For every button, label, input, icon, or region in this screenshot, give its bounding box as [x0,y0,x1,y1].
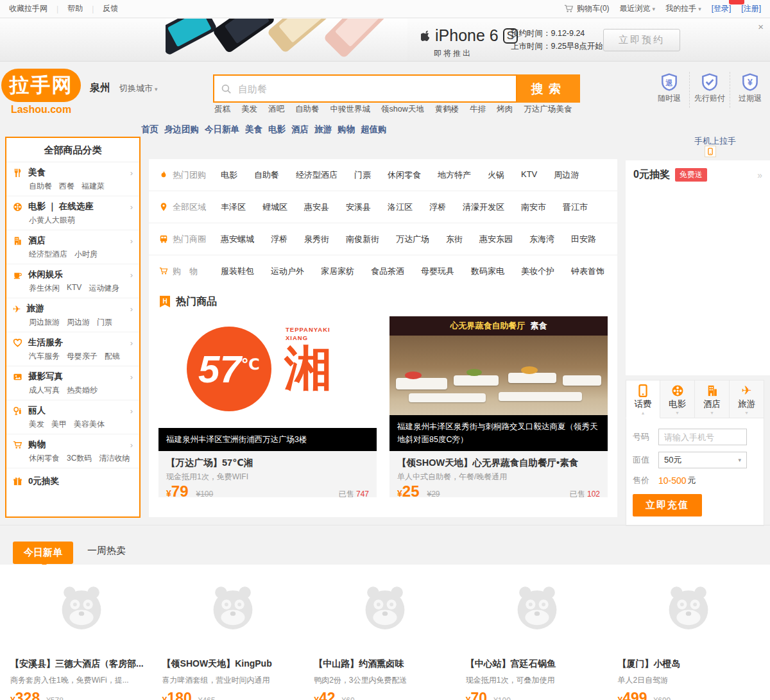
sidebar-item-hotel[interactable]: 酒店› 经济型酒店小时房 [6,230,139,264]
deal-card[interactable]: 【领SHOW天地】KingPub 喜力啤酒套组，营业时间内通用 ¥180¥465 [162,583,305,700]
close-icon[interactable]: × [758,21,764,32]
tab-phone-credit[interactable]: 话费 ▴ [626,380,660,418]
tab-hotel[interactable]: 酒店 ▾ [695,380,730,418]
sub-link[interactable]: 小时房 [74,249,98,260]
filter-link[interactable]: 南俊新街 [346,234,379,245]
filter-link[interactable]: 惠安县 [304,201,329,213]
filter-link[interactable]: 泉秀街 [304,234,329,245]
my-lashou-menu[interactable]: 我的拉手▾ [665,3,701,14]
sidebar-item-movie[interactable]: 电影 ｜ 在线选座› 小黄人大眼萌 [6,196,139,230]
sub-link[interactable]: 门票 [97,317,112,328]
filter-link[interactable]: 清濛开发区 [463,201,504,213]
iphone-banner[interactable]: iPhone 6 S 即将推出 预约时间：9.12-9.24 上市时间：9.25… [0,19,770,62]
sub-link[interactable]: 配镜 [105,351,120,362]
filter-link[interactable]: 电影 [221,169,237,181]
tab-movie[interactable]: 电影 ▾ [660,380,695,418]
help-link[interactable]: 帮助 [67,3,83,14]
filter-link[interactable]: 鲤城区 [262,201,287,213]
tab-travel[interactable]: ✈ 旅游 ▾ [730,380,764,418]
sub-link[interactable]: 3C数码 [67,453,92,464]
hot-word[interactable]: 烤肉 [497,104,513,115]
nav-home[interactable]: 首页 [141,124,158,135]
login-link[interactable]: [登录] [712,3,732,14]
sub-link[interactable]: 休闲零食 [29,453,60,464]
deal-card[interactable]: 【安溪县】三德大酒店（客房部... 商务套房入住1晚，免费WiFi，提... ¥… [10,583,153,700]
hot-word[interactable]: 自助餐 [295,104,320,115]
deal-card[interactable]: 【厦门】小橙岛 单人2日自驾游 ¥499¥699 [617,583,760,700]
face-value-select[interactable]: 50元 ▾ [658,452,747,468]
nav-shopping[interactable]: 购物 [338,124,355,135]
recharge-now-button[interactable]: 立即充值 [633,494,702,516]
tab-weekly-hot[interactable]: 一周热卖 [87,545,126,557]
sub-link[interactable]: 西餐 [59,181,74,192]
hot-word[interactable]: 黄鹤楼 [435,104,459,115]
filter-link[interactable]: 惠安螺城 [221,234,254,245]
sub-link[interactable]: 周边旅游 [29,317,60,328]
filter-link[interactable]: 地方特产 [438,169,471,181]
register-link[interactable]: [注册] [741,3,761,14]
search-input[interactable] [237,83,509,95]
filter-link[interactable]: 经济型酒店 [296,169,338,181]
nav-travel[interactable]: 旅游 [314,124,332,135]
reserve-now-button[interactable]: 立即预约 [603,29,680,51]
filter-link[interactable]: 钟表首饰 [571,266,604,277]
filter-link[interactable]: 洛江区 [388,201,413,213]
more-chevrons-icon[interactable]: » [757,170,762,180]
sub-link[interactable]: 汽车服务 [29,351,60,362]
sidebar-item-food[interactable]: 美食› 自助餐西餐福建菜 [6,162,139,196]
filter-link[interactable]: 门票 [354,169,371,181]
sidebar-item-leisure[interactable]: 休闲娱乐› 养生休闲KTV运动健身 [6,264,139,298]
sub-link[interactable]: 母婴亲子 [67,351,98,362]
sidebar-item-travel[interactable]: ✈ 旅游› 周边旅游周边游门票 [6,298,139,332]
lottery-panel[interactable]: 0元抽奖 免费送 » [626,160,770,375]
filter-link[interactable]: 安溪县 [346,201,371,213]
filter-link[interactable]: 服装鞋包 [221,266,254,277]
sub-link[interactable]: 热卖婚纱 [67,385,98,396]
filter-link[interactable]: 南安市 [521,201,546,213]
filter-link[interactable]: 数码家电 [471,266,504,277]
deal-card[interactable]: 【中山路】约酒熏卤味 鸭肉2份，3公里内免费配送 ¥42¥60 [314,583,456,700]
sub-link[interactable]: KTV [67,283,81,294]
nav-super-value[interactable]: 超值购 [361,124,387,135]
nav-movie[interactable]: 电影 [268,124,286,135]
hot-word[interactable]: 万达广场美食 [524,104,572,115]
filter-link[interactable]: 家居家纺 [321,266,354,277]
hot-word[interactable]: 美发 [241,104,257,115]
hot-card-57xiang[interactable]: TEPPANYAKIXIANG 57℃ 湘 福建泉州丰泽区宝洲街浦西万达广场3楼… [158,316,377,497]
favorite-link[interactable]: 收藏拉手网 [9,3,47,14]
sub-link[interactable]: 美发 [29,419,44,430]
mobile-phone-icon[interactable] [705,146,716,157]
sidebar-item-lottery[interactable]: 0元抽奖 [6,468,139,494]
sub-link[interactable]: 自助餐 [29,181,52,192]
filter-link[interactable]: 自助餐 [254,169,279,181]
sidebar-item-photography[interactable]: 摄影写真› 成人写真热卖婚纱 [6,366,139,400]
filter-link[interactable]: 美妆个护 [521,266,554,277]
nav-food[interactable]: 美食 [245,124,262,135]
sub-link[interactable]: 福建菜 [81,181,105,192]
sub-link[interactable]: 运动健身 [89,283,119,294]
filter-link[interactable]: 万达广场 [396,234,429,245]
nav-nearby[interactable]: 身边团购 [164,124,199,135]
sub-link[interactable]: 清洁收纳 [99,453,130,464]
filter-link[interactable]: 母婴玩具 [421,266,454,277]
hot-word[interactable]: 牛排 [470,104,486,115]
hot-word[interactable]: 酒吧 [268,104,284,115]
sub-link[interactable]: 美容美体 [74,419,105,430]
search-button[interactable]: 搜索 [517,74,580,103]
sidebar-item-life-service[interactable]: 生活服务› 汽车服务母婴亲子配镜 [6,332,139,366]
sub-link[interactable]: 经济型酒店 [29,249,67,260]
phone-number-input[interactable] [658,429,747,445]
filter-link[interactable]: 浮桥 [271,234,287,245]
sidebar-item-beauty[interactable]: 丽人› 美发美甲美容美体 [6,400,139,434]
tab-today-new[interactable]: 今日新单 [13,542,73,564]
filter-link[interactable]: 运动户外 [271,266,304,277]
recent-menu[interactable]: 最近浏览▾ [620,3,656,14]
sub-link[interactable]: 小黄人大眼萌 [29,215,75,226]
filter-link[interactable]: 休闲零食 [388,169,421,181]
filter-link[interactable]: 火锅 [488,169,504,181]
sub-link[interactable]: 周边游 [67,317,90,328]
deal-card[interactable]: 【中心站】宫廷石锅鱼 现金抵用1次，可叠加使用 ¥70¥100 [466,583,608,700]
sub-link[interactable]: 养生休闲 [29,283,60,294]
hot-card-vegetarian-buffet[interactable]: 心无界蔬食自助餐厅素食 福建泉州丰泽区泉秀街与刺桐路交叉口毅达商夏（领秀天地斜对… [389,316,608,497]
filter-link[interactable]: 晋江市 [563,201,588,213]
